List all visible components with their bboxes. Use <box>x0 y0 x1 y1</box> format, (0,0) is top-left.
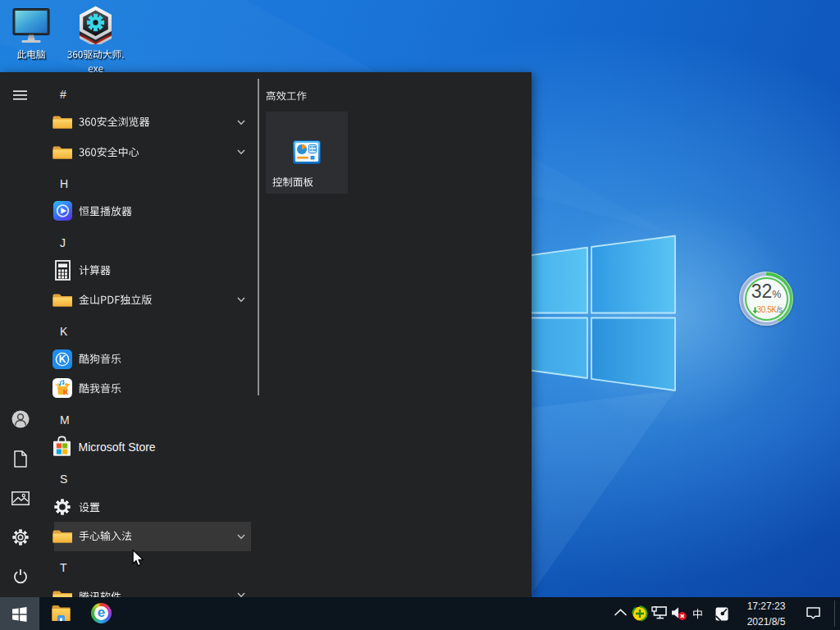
svg-text:K: K <box>58 354 66 365</box>
svg-text:K: K <box>62 387 68 396</box>
